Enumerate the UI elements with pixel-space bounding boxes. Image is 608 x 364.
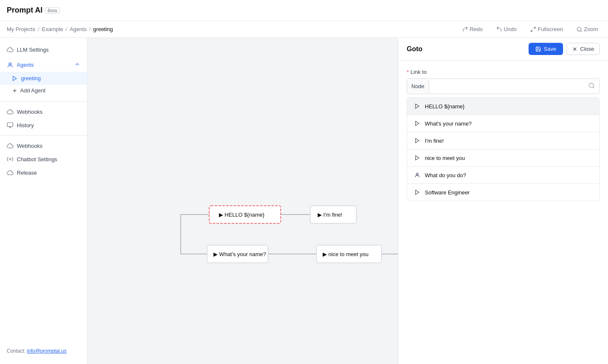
- message-icon: [414, 155, 421, 161]
- svg-text:▶ What's your name?: ▶ What's your name?: [213, 251, 266, 257]
- svg-line-0: [534, 27, 535, 29]
- agents-label: Agents: [17, 62, 34, 68]
- zoom-label: Zoom: [584, 26, 598, 32]
- sidebar-item-chatbot-settings[interactable]: Chatbot Settings: [0, 152, 87, 166]
- top-bar: Prompt AI Beta: [0, 0, 608, 21]
- search-prefix: Node: [407, 80, 429, 93]
- fullscreen-icon: [530, 26, 536, 32]
- svg-line-3: [580, 30, 582, 31]
- node-list-item[interactable]: HELLO ${name}: [407, 98, 599, 115]
- webhooks-icon: [7, 108, 13, 115]
- greeting-icon: [12, 76, 18, 81]
- fullscreen-button[interactable]: Fullscreen: [527, 24, 566, 34]
- node-list-item[interactable]: nice to meet you: [407, 149, 599, 167]
- add-agent-button[interactable]: Add Agent: [0, 85, 87, 96]
- sidebar-divider-1: [0, 101, 87, 102]
- svg-text:▶ nice to meet you: ▶ nice to meet you: [323, 251, 368, 257]
- svg-line-1: [531, 30, 533, 31]
- person-icon: [414, 172, 421, 178]
- svg-marker-39: [416, 139, 419, 143]
- save-label: Save: [544, 46, 556, 52]
- node-label: I'm fine!: [425, 138, 444, 144]
- agents-icon: [7, 62, 13, 68]
- svg-marker-38: [416, 121, 419, 126]
- node-list-item[interactable]: I'm fine!: [407, 132, 599, 149]
- message-icon: [414, 189, 421, 196]
- message-icon: [414, 103, 421, 110]
- save-button[interactable]: Save: [529, 43, 563, 55]
- node-label: nice to meet you: [425, 155, 465, 161]
- node-label: What's your name?: [425, 120, 472, 127]
- svg-marker-5: [13, 76, 16, 81]
- webhooks2-label: Webhooks: [17, 143, 42, 149]
- link-to-text: Link to: [411, 69, 426, 75]
- sidebar-item-history[interactable]: History: [0, 118, 87, 132]
- sidebar-divider-2: [0, 135, 87, 136]
- breadcrumb-myprojects[interactable]: My Projects: [7, 26, 35, 32]
- goto-actions: Save Close: [529, 43, 600, 55]
- sidebar-item-webhooks[interactable]: Webhooks: [0, 105, 87, 118]
- main-layout: LLM Settings Agents greeting Add Agent: [0, 38, 608, 364]
- toolbar: Redo Undo Fullscreen Zoom: [459, 24, 601, 34]
- node-label: Software Engineer: [425, 189, 470, 196]
- svg-marker-42: [416, 190, 419, 195]
- goto-header: Goto Save Close: [398, 38, 608, 60]
- close-button[interactable]: Close: [566, 43, 600, 55]
- node-list-item[interactable]: Software Engineer: [407, 184, 599, 201]
- svg-marker-37: [416, 104, 419, 109]
- sidebar-item-release[interactable]: Release: [0, 166, 87, 179]
- svg-rect-8: [7, 123, 13, 126]
- cloud-icon: [7, 46, 13, 53]
- llm-settings-label: LLM Settings: [17, 47, 49, 53]
- add-icon: [12, 88, 18, 94]
- agents-header[interactable]: Agents: [0, 58, 87, 72]
- svg-point-11: [9, 158, 11, 160]
- search-input[interactable]: [429, 80, 584, 93]
- zoom-button[interactable]: Zoom: [573, 24, 601, 34]
- save-icon: [535, 46, 541, 52]
- search-icon: [588, 82, 595, 89]
- undo-button[interactable]: Undo: [493, 24, 520, 34]
- sidebar: LLM Settings Agents greeting Add Agent: [0, 38, 87, 364]
- breadcrumb-greeting: greeting: [93, 26, 113, 32]
- svg-point-41: [416, 173, 418, 175]
- sidebar-item-greeting[interactable]: greeting: [0, 72, 87, 85]
- release-label: Release: [17, 170, 37, 176]
- zoom-icon: [576, 26, 582, 32]
- node-list-item[interactable]: What's your name?: [407, 115, 599, 132]
- svg-point-2: [577, 27, 581, 31]
- redo-button[interactable]: Redo: [459, 24, 486, 34]
- fullscreen-label: Fullscreen: [538, 26, 563, 32]
- message-icon: [414, 137, 421, 144]
- sidebar-item-webhooks2[interactable]: Webhooks: [0, 139, 87, 152]
- breadcrumb-example[interactable]: Example: [42, 26, 63, 32]
- required-star: *: [407, 69, 409, 75]
- breadcrumb-agents[interactable]: Agents: [70, 26, 87, 32]
- chatbot-settings-icon: [7, 156, 13, 162]
- canvas-area[interactable]: ▶ HELLO ${name} ▶ I'm fine! ▶ What's you…: [87, 38, 608, 364]
- redo-label: Redo: [470, 26, 483, 32]
- app-branding: Prompt AI Beta: [7, 6, 60, 15]
- node-label: What do you do?: [425, 172, 466, 178]
- webhooks2-icon: [7, 142, 13, 149]
- search-box: Node: [407, 79, 600, 94]
- goto-title: Goto: [407, 45, 422, 53]
- breadcrumb: My Projects / Example / Agents / greetin…: [7, 26, 113, 32]
- app-title: Prompt AI: [7, 6, 42, 15]
- node-list-item[interactable]: What do you do?: [407, 167, 599, 184]
- chatbot-settings-label: Chatbot Settings: [17, 156, 57, 162]
- search-button[interactable]: [584, 79, 599, 94]
- goto-body: * Link to Node HELLO $: [398, 60, 608, 364]
- sidebar-item-llm-settings[interactable]: LLM Settings: [0, 43, 87, 56]
- contact-email[interactable]: info@promptai.us: [27, 348, 66, 354]
- chevron-up-icon: [74, 61, 80, 68]
- svg-line-36: [593, 87, 594, 88]
- close-label: Close: [580, 46, 594, 52]
- webhooks-label: Webhooks: [17, 109, 42, 115]
- history-label: History: [17, 122, 34, 128]
- undo-label: Undo: [504, 26, 517, 32]
- sidebar-bottom: Contact: info@promptai.us: [0, 343, 87, 359]
- close-icon: [572, 46, 578, 52]
- add-agent-label: Add Agent: [20, 87, 45, 94]
- link-to-label: * Link to: [407, 69, 600, 75]
